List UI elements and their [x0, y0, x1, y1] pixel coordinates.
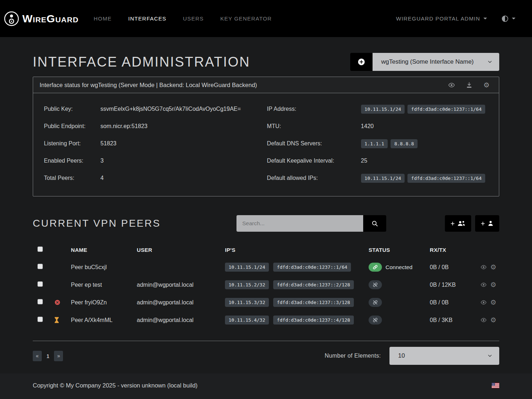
allowed-ip-badge: fdfd:d3ad:c0de:1237::1/64 — [407, 174, 485, 183]
peer-ip-badge: 10.11.15.1/24 — [225, 263, 269, 272]
status-label: Connected — [386, 264, 412, 271]
interface-select[interactable]: wgTesting (Some Interface Name) — [373, 53, 499, 71]
table-row: Peer A/Xk4mML admin@wgportal.local 10.11… — [33, 311, 499, 329]
allowed-ip-badge: 10.11.15.1/24 — [361, 174, 405, 183]
peer-ip-badge: 10.11.15.2/32 — [225, 280, 269, 289]
navbar: WireGuard HOME INTERFACES USERS KEY GENE… — [0, 0, 532, 37]
pagination-prev-button[interactable]: « — [33, 351, 42, 361]
view-peer-eye-icon[interactable] — [481, 282, 487, 288]
column-header-name: NAME — [71, 247, 137, 253]
plus-icon — [481, 221, 485, 226]
brand-link[interactable]: WireGuard — [4, 11, 78, 27]
info-label: Total Peers: — [44, 175, 100, 181]
peers-section-title: CURRENT VPN PEERS — [33, 218, 161, 229]
caret-down-icon — [483, 18, 487, 19]
user-menu-label: WIREGUARD PORTAL ADMIN — [396, 15, 480, 22]
peer-name: Peer A/Xk4mML — [71, 317, 137, 323]
peer-ip-badge: fdfd:d3ad:c0de:1237::4/128 — [273, 316, 354, 325]
table-row: Peer fryiO9Zn admin@wgportal.local 10.11… — [33, 294, 499, 311]
enabled-peers-value: 3 — [100, 158, 104, 164]
info-label: Default Keepalive Interval: — [267, 158, 361, 164]
peer-settings-gear-icon[interactable]: ⚙ — [490, 299, 496, 306]
info-label: Listening Port: — [44, 140, 100, 147]
column-header-ips: IP'S — [225, 247, 369, 253]
nav-item-users[interactable]: USERS — [183, 15, 204, 22]
view-config-eye-icon[interactable] — [448, 82, 455, 89]
info-row: Default Keepalive Interval: 25 — [267, 152, 488, 169]
view-peer-eye-icon[interactable] — [481, 264, 487, 270]
download-config-icon[interactable] — [466, 82, 473, 89]
wireguard-logo-icon — [4, 11, 19, 27]
view-peer-eye-icon[interactable] — [481, 299, 487, 305]
table-row: Peer ep test admin@wgportal.local 10.11.… — [33, 276, 499, 294]
info-label: Default DNS Servers: — [267, 140, 361, 147]
nav-item-home[interactable]: HOME — [94, 15, 112, 22]
row-checkbox[interactable] — [37, 299, 43, 304]
dns-badge: 8.8.8.8 — [391, 139, 418, 148]
info-label: IP Address: — [267, 106, 361, 112]
nav-item-key-generator[interactable]: KEY GENERATOR — [220, 15, 272, 22]
peer-settings-gear-icon[interactable]: ⚙ — [490, 281, 496, 288]
copyright-text: Copyright © My Company 2025 - version un… — [33, 382, 198, 389]
info-row: IP Address: 10.11.15.1/24 fdfd:d3ad:c0de… — [267, 100, 488, 118]
add-multiple-peers-button[interactable] — [445, 215, 471, 232]
peer-ip-badge: 10.11.15.4/32 — [225, 316, 269, 325]
connected-status-pill — [369, 263, 382, 272]
add-interface-button[interactable] — [350, 53, 373, 71]
info-row: Default DNS Servers: 1.1.1.1 8.8.8.8 — [267, 135, 488, 152]
peer-settings-gear-icon[interactable]: ⚙ — [490, 264, 496, 271]
circle-half-theme-icon — [501, 15, 509, 22]
peer-settings-gear-icon[interactable]: ⚙ — [490, 317, 496, 323]
table-header: NAME USER IP'S STATUS RX/TX — [33, 241, 499, 258]
peer-rxtx: 0B / 0B — [430, 299, 478, 306]
disconnected-status-pill — [369, 280, 382, 289]
info-row: Public Key: ssvmEelxG+k8jsNO5G7cq5r/Ak7I… — [44, 100, 267, 118]
pagination-next-button[interactable]: » — [54, 351, 63, 361]
info-row: Listening Port: 51823 — [44, 135, 267, 152]
users-icon — [457, 220, 466, 227]
dns-badge: 1.1.1.1 — [361, 139, 388, 148]
page-size-label: Number of Elements: — [325, 353, 381, 359]
disconnected-status-pill — [369, 298, 382, 307]
link-slash-icon — [373, 300, 378, 305]
peer-ip-badge: 10.11.15.3/32 — [225, 298, 269, 307]
search-icon — [371, 220, 378, 227]
theme-toggle-dropdown[interactable] — [501, 15, 515, 22]
info-label: Public Endpoint: — [44, 123, 100, 130]
add-peer-button[interactable] — [475, 215, 499, 232]
plus-icon — [450, 221, 455, 226]
peer-user: admin@wgportal.local — [137, 317, 225, 323]
row-checkbox[interactable] — [37, 317, 43, 322]
user-menu-dropdown[interactable]: WIREGUARD PORTAL ADMIN — [396, 15, 487, 22]
select-all-checkbox[interactable] — [37, 246, 43, 252]
row-checkbox[interactable] — [37, 264, 43, 269]
pagination-current-page[interactable]: 1 — [46, 353, 49, 359]
card-title: Interface status for wgTesting (Server M… — [40, 82, 257, 89]
link-slash-icon — [373, 282, 378, 287]
table-row: Peer buC5cxjl 10.11.15.1/24 fdfd:d3ad:c0… — [33, 258, 499, 276]
peer-name: Peer ep test — [71, 282, 137, 288]
public-endpoint-value: som.nicr.ep:51823 — [100, 123, 148, 130]
info-label: Public Key: — [44, 106, 100, 112]
keepalive-value: 25 — [361, 158, 368, 164]
us-flag-language-icon[interactable] — [492, 383, 499, 388]
peers-table: NAME USER IP'S STATUS RX/TX Peer buC5cxj… — [33, 241, 499, 341]
interface-settings-gear-icon[interactable]: ⚙ — [483, 82, 490, 89]
total-peers-value: 4 — [100, 175, 104, 181]
info-row: Public Endpoint: som.nicr.ep:51823 — [44, 118, 267, 135]
brand-text: WireGuard — [22, 13, 78, 25]
page-size-value: 10 — [398, 352, 405, 359]
listening-port-value: 51823 — [100, 140, 117, 147]
info-label: Default allowed IPs: — [267, 175, 361, 181]
view-peer-eye-icon[interactable] — [481, 317, 487, 323]
peer-rxtx: 0B / 3KB — [430, 317, 478, 323]
nav-item-interfaces[interactable]: INTERFACES — [128, 15, 166, 22]
search-button[interactable] — [363, 215, 386, 232]
interface-select-value: wgTesting (Some Interface Name) — [381, 58, 474, 65]
page-size-select[interactable]: 10 — [389, 347, 499, 365]
plus-circle-icon — [357, 58, 365, 66]
public-key-value: ssvmEelxG+k8jsNO5G7cq5r/Ak7IiCodAvOyoCg1… — [100, 106, 241, 112]
row-checkbox[interactable] — [37, 281, 43, 287]
peer-ip-badge: fdfd:d3ad:c0de:1237::3/128 — [273, 298, 354, 307]
search-input[interactable] — [236, 215, 363, 232]
